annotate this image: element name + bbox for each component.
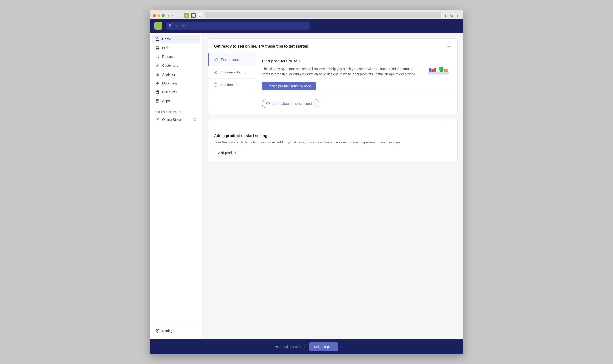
svg-point-37 <box>439 67 442 70</box>
svg-marker-9 <box>156 82 157 84</box>
add-bookmark-button[interactable]: ⧉ <box>449 13 454 18</box>
share-button[interactable]: ⬆ <box>444 13 448 18</box>
sidebar-item-online-store[interactable]: Online Store <box>152 115 200 124</box>
add-product-more-button[interactable]: ··· <box>445 124 452 130</box>
discounts-label: Discounts <box>162 90 177 94</box>
tips-text: Find products to sell The Shopify App st… <box>262 59 420 91</box>
tab-overview-button[interactable]: ⊞ <box>176 13 182 18</box>
online-store-eye-button[interactable] <box>193 118 196 122</box>
shopify-favicon[interactable]: S <box>184 13 189 18</box>
analytics-favicon[interactable]: 📊 <box>191 13 196 18</box>
address-bar[interactable]: ↻ <box>205 12 441 18</box>
online-store-label: Online Store <box>162 118 181 121</box>
sidebar-item-home[interactable]: Home <box>152 35 200 43</box>
new-tab-button[interactable]: ＋ <box>455 13 460 18</box>
tips-content-inner: Find products to sell The Shopify App st… <box>262 59 452 91</box>
sidebar-item-orders[interactable]: Orders <box>152 43 200 52</box>
add-sales-channel-button[interactable]: + <box>194 110 196 114</box>
browse-apps-button[interactable]: Browse product sourcing apps <box>262 82 316 91</box>
browser-chrome: ‹ › ⊞ S 📊 G ↻ ⬆ ⧉ ＋ <box>150 10 463 19</box>
sidebar-bottom: Settings <box>150 324 202 337</box>
svg-rect-22 <box>158 101 159 101</box>
sales-channels-header: SALES CHANNELS + <box>152 107 200 115</box>
tip-nav-find-products[interactable]: Find products <box>208 53 256 66</box>
tip-nav-add-domain[interactable]: Add domain <box>208 79 256 91</box>
sidebar-item-discounts[interactable]: Discounts <box>152 88 200 96</box>
tips-card: Get ready to sell online. Try these tips… <box>208 38 458 114</box>
customize-theme-icon <box>213 70 218 75</box>
customize-theme-label: Customize theme <box>220 70 246 74</box>
analytics-icon <box>155 72 160 77</box>
add-product-button[interactable]: Add product <box>214 149 240 157</box>
add-product-description: Take the first step to launching your st… <box>214 140 452 145</box>
tips-card-body: Find products Customize theme <box>208 53 457 114</box>
svg-rect-17 <box>156 100 157 100</box>
customers-icon <box>155 63 160 68</box>
search-wrapper: 🔍 <box>166 22 310 30</box>
tips-content-area: Find products to sell The Shopify App st… <box>256 53 457 114</box>
app-body: Home Orders <box>150 33 463 339</box>
select-plan-button[interactable]: Select a plan <box>309 342 338 351</box>
tip-illustration <box>425 59 452 81</box>
home-icon <box>155 37 160 41</box>
sidebar-item-apps[interactable]: Apps <box>152 97 200 105</box>
reload-icon[interactable]: ↻ <box>436 13 439 17</box>
trial-bar: Your trial just started Select a plan <box>150 339 463 354</box>
online-store-left: Online Store <box>155 117 181 122</box>
svg-rect-20 <box>156 101 157 101</box>
svg-rect-23 <box>156 102 157 102</box>
analytics-label: Analytics <box>162 72 176 76</box>
discounts-icon <box>155 90 160 94</box>
tips-card-header: Get ready to sell online. Try these tips… <box>208 39 457 53</box>
maximize-button[interactable] <box>162 14 165 17</box>
find-products-label: Find products <box>221 58 241 62</box>
traffic-lights <box>153 14 165 17</box>
back-button[interactable]: ‹ <box>167 13 170 18</box>
close-button[interactable] <box>153 14 156 17</box>
orders-icon <box>155 46 160 50</box>
learn-link[interactable]: Learn about product sourcing <box>262 99 320 108</box>
svg-rect-32 <box>429 68 432 72</box>
online-store-icon <box>155 117 160 122</box>
app-container: 🔍 Home <box>150 19 463 354</box>
sidebar-item-marketing[interactable]: Marketing <box>152 79 200 88</box>
svg-point-27 <box>157 330 158 331</box>
tips-heading: Find products to sell <box>262 59 420 63</box>
forward-button[interactable]: › <box>171 13 174 18</box>
svg-rect-24 <box>157 102 158 102</box>
svg-point-5 <box>157 64 158 65</box>
tips-card-title: Get ready to sell online. Try these tips… <box>214 44 309 49</box>
products-label: Products <box>162 55 175 59</box>
trial-message: Your trial just started <box>275 345 305 349</box>
google-favicon[interactable]: G <box>197 13 202 18</box>
svg-point-26 <box>194 119 195 120</box>
app-topnav: 🔍 <box>150 19 463 33</box>
add-domain-icon <box>213 82 218 87</box>
shopify-logo <box>154 22 162 30</box>
svg-point-3 <box>158 49 159 49</box>
products-icon <box>155 54 160 59</box>
find-products-icon <box>214 57 219 62</box>
customers-label: Customers <box>162 64 178 67</box>
home-label: Home <box>162 37 171 41</box>
sidebar-item-customers[interactable]: Customers <box>152 61 200 70</box>
svg-rect-38 <box>444 70 448 72</box>
svg-rect-19 <box>158 100 159 100</box>
orders-label: Orders <box>162 46 172 50</box>
tip-nav-customize-theme[interactable]: Customize theme <box>208 66 256 79</box>
tips-more-button[interactable]: ··· <box>445 43 452 49</box>
minimize-button[interactable] <box>157 14 160 17</box>
svg-rect-25 <box>158 102 159 102</box>
browser-nav-buttons: ‹ › <box>167 13 174 18</box>
sidebar-item-settings[interactable]: Settings <box>152 326 200 335</box>
search-input[interactable] <box>166 22 310 30</box>
toolbar-icons: ⬆ ⧉ ＋ <box>444 13 460 18</box>
sidebar-item-analytics[interactable]: Analytics <box>152 70 200 79</box>
favicon-group: S 📊 G <box>184 13 202 18</box>
svg-rect-33 <box>432 69 434 72</box>
svg-marker-1 <box>158 47 159 48</box>
add-domain-label: Add domain <box>220 83 238 87</box>
sidebar-item-products[interactable]: Products <box>152 52 200 61</box>
tips-description: The Shopify App store has several option… <box>262 66 420 77</box>
add-product-card: ··· Add a product to start selling Take … <box>208 119 458 162</box>
